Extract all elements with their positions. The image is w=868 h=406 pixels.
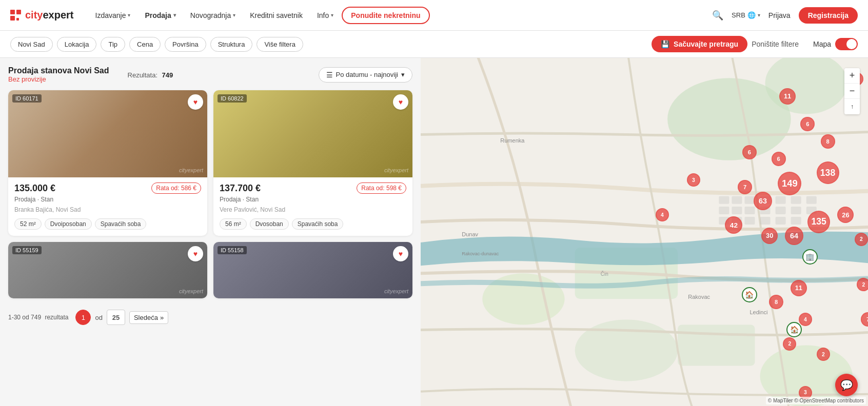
cluster-marker-14[interactable]: 64 xyxy=(785,227,803,245)
card-image-placeholder-1 xyxy=(213,90,412,177)
filter-chip-povrsina[interactable]: Površina xyxy=(165,37,206,52)
property-card-3[interactable]: ID 55158 ♥ cityexpert xyxy=(213,242,412,298)
reset-filters-button[interactable]: Poništite filtere xyxy=(752,40,799,48)
pagination: 1-30 od 749 rezultata 1 od 25 Sledeća » xyxy=(8,304,412,333)
property-card-1[interactable]: ID 60822 ♥ cityexpert 137.700 € Rata od:… xyxy=(213,90,412,236)
property-card-0[interactable]: ID 60171 ♥ cityexpert 135.000 € Rata od:… xyxy=(8,90,207,236)
cluster-marker-19[interactable]: 2 xyxy=(857,278,868,291)
nav-links: Izdavanje ▾ Prodaja ▾ Novogradnja ▾ Kred… xyxy=(89,7,702,24)
save-icon: 💾 xyxy=(661,40,669,48)
toggle-knob xyxy=(846,39,857,49)
page-of-label: od xyxy=(95,314,102,321)
chevron-down-icon: ▾ xyxy=(173,12,176,18)
zoom-out-button[interactable]: − xyxy=(844,84,860,99)
cluster-marker-21[interactable]: 4 xyxy=(799,313,812,326)
map-controls: + − ↑ xyxy=(844,68,860,114)
card-address-1: Vere Pavlović, Novi Sad xyxy=(220,206,406,213)
cluster-marker-5[interactable]: 6 xyxy=(772,152,786,166)
cluster-marker-6[interactable]: 3 xyxy=(687,173,700,187)
card-type-1: Prodaja · Stan xyxy=(220,196,406,203)
cluster-marker-23[interactable]: 2 xyxy=(817,348,830,361)
nav-item-kreditni[interactable]: Kreditni savetnik xyxy=(244,7,309,24)
card-tag-rooms-0: Spavaćih soba xyxy=(95,218,147,230)
watermark-1: cityexpert xyxy=(384,167,408,173)
filter-chip-lokacija[interactable]: Lokacija xyxy=(57,37,97,52)
property-card-2[interactable]: ID 55159 ♥ cityexpert xyxy=(8,242,207,298)
cluster-marker-18[interactable]: 11 xyxy=(791,280,807,296)
favorite-button-3[interactable]: ♥ xyxy=(393,246,408,261)
map-background: Dunav Rakovac-dunavac Rakovac Ledinci Ru… xyxy=(421,58,868,406)
card-price-row-1: 137.700 € Rata od: 598 € xyxy=(220,182,406,194)
map-house-1[interactable]: 🏠 xyxy=(742,287,757,302)
cluster-marker-8[interactable]: 4 xyxy=(656,208,669,221)
card-address-0: Branka Bajića, Novi Sad xyxy=(14,206,201,213)
nav-right: 🔍 SRB 🌐 ▾ Prijava Registracija xyxy=(712,7,858,24)
filter-chip-tip[interactable]: Tip xyxy=(101,37,125,52)
cluster-marker-3[interactable]: 8 xyxy=(821,134,835,149)
page-1-button[interactable]: 1 xyxy=(75,310,91,325)
results-title-block: Prodaja stanova Novi Sad Bez provizije xyxy=(8,66,109,83)
card-tags-0: 52 m² Dvoiposoban Spavaćih soba xyxy=(14,218,201,230)
card-tag-area-1: 56 m² xyxy=(220,218,247,230)
cluster-marker-10[interactable]: 63 xyxy=(754,192,772,210)
cluster-marker-2[interactable]: 6 xyxy=(800,117,815,131)
filter-chip-novisad[interactable]: Novi Sad xyxy=(10,37,53,52)
cluster-marker-4[interactable]: 6 xyxy=(742,145,757,159)
logo[interactable]: cityexpert xyxy=(10,9,74,21)
map-toggle-switch[interactable] xyxy=(835,38,858,50)
search-icon[interactable]: 🔍 xyxy=(712,10,723,21)
cluster-marker-22[interactable]: 2 xyxy=(783,337,796,351)
cluster-marker-12[interactable]: 138 xyxy=(817,161,839,184)
chevron-down-icon: ▾ xyxy=(233,12,235,18)
cluster-marker-13[interactable]: 30 xyxy=(761,228,778,244)
chevron-down-icon: ▾ xyxy=(758,12,760,18)
card-tags-1: 56 m² Dvosoban Spavaćih soba xyxy=(220,218,406,230)
nav-item-prodaja[interactable]: Prodaja ▾ xyxy=(139,7,182,24)
main-layout: Prodaja stanova Novi Sad Bez provizije R… xyxy=(0,58,868,406)
chevron-down-icon: ▾ xyxy=(331,12,333,18)
card-tag-rooms-1: Spavaćih soba xyxy=(292,218,344,230)
language-selector[interactable]: SRB 🌐 ▾ xyxy=(732,11,760,19)
filter-chip-cena[interactable]: Cena xyxy=(129,37,161,52)
nav-item-izdavanje[interactable]: Izdavanje ▾ xyxy=(89,7,137,24)
nav-item-novogradnja[interactable]: Novogradnja ▾ xyxy=(184,7,242,24)
results-header: Prodaja stanova Novi Sad Bez provizije R… xyxy=(8,66,412,83)
navbar: cityexpert Izdavanje ▾ Prodaja ▾ Novogra… xyxy=(0,0,868,31)
chat-button[interactable]: 💬 xyxy=(835,374,858,396)
save-search-button[interactable]: 💾 Sačuvajte pretragu xyxy=(652,36,747,52)
register-button[interactable]: Registracija xyxy=(799,7,858,24)
north-up-button[interactable]: ↑ xyxy=(844,99,860,114)
card-id-3: ID 55158 xyxy=(218,246,247,254)
favorite-button-2[interactable]: ♥ xyxy=(188,246,203,261)
no-commission-label: Bez provizije xyxy=(8,75,109,83)
cluster-marker-11[interactable]: 149 xyxy=(778,172,801,195)
card-body-0: 135.000 € Rata od: 586 € Prodaja · Stan … xyxy=(8,177,207,236)
filter-chip-vise[interactable]: Više filtera xyxy=(257,37,303,52)
cluster-marker-24[interactable]: 7 xyxy=(861,312,868,327)
login-button[interactable]: Prijava xyxy=(768,11,791,19)
map-house-2[interactable]: 🏠 xyxy=(786,322,802,337)
card-image-3: ID 55158 ♥ cityexpert xyxy=(213,242,412,298)
cluster-marker-1[interactable]: 11 xyxy=(779,88,796,105)
card-tag-type-1: Dvosoban xyxy=(250,218,289,230)
double-chevron-right-icon: » xyxy=(160,314,164,321)
sort-button[interactable]: ☰ Po datumu - najnoviji ▾ xyxy=(319,67,412,83)
heart-icon: ♥ xyxy=(399,250,403,258)
cluster-marker-17[interactable]: 2 xyxy=(855,233,868,246)
offer-property-button[interactable]: Ponudite nekretninu xyxy=(342,7,429,24)
cluster-marker-15[interactable]: 135 xyxy=(807,211,830,233)
cluster-marker-20[interactable]: 8 xyxy=(769,295,783,309)
next-page-button[interactable]: Sledeća » xyxy=(129,311,168,324)
cluster-marker-9[interactable]: 42 xyxy=(725,216,742,234)
zoom-in-button[interactable]: + xyxy=(844,68,860,84)
cluster-marker-7[interactable]: 7 xyxy=(738,180,752,194)
favorite-button-1[interactable]: ♥ xyxy=(393,94,408,110)
map-toggle: Mapa xyxy=(813,38,858,50)
cluster-marker-16[interactable]: 26 xyxy=(837,207,854,223)
map-house-0[interactable]: 🏢 xyxy=(802,249,818,265)
favorite-button-0[interactable]: ♥ xyxy=(188,94,203,110)
nav-item-info[interactable]: Info ▾ xyxy=(311,7,340,24)
filter-chip-struktura[interactable]: Struktura xyxy=(210,37,253,52)
results-count-block: Rezultata: 749 xyxy=(128,70,173,79)
map-attribution: © MapTiler © OpenStreetMap contributors xyxy=(766,397,866,404)
